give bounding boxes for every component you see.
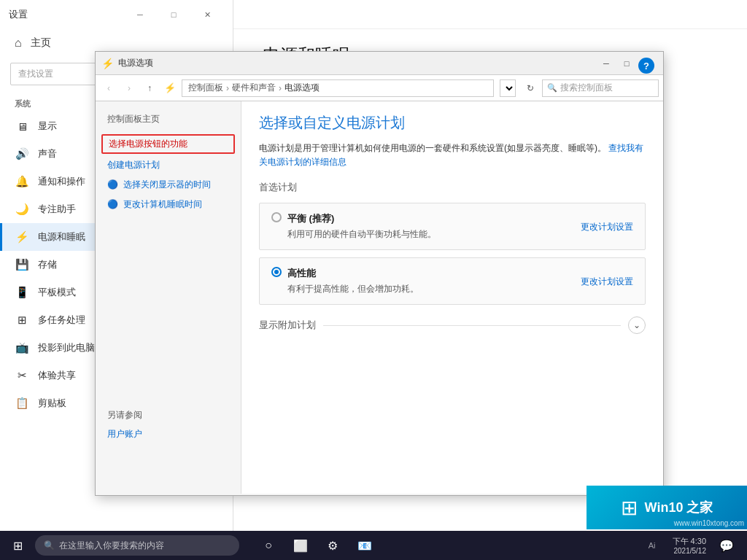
dialog-title-text: 电源选项	[118, 57, 596, 69]
forward-btn[interactable]: ›	[120, 79, 138, 97]
win10-url: www.win10xtong.com	[674, 519, 744, 527]
project-icon: 📺	[15, 341, 29, 354]
balanced-settings-text: 更改计划设置	[581, 221, 633, 231]
dialog-body: 控制面板主页 选择电源按钮的功能 创建电源计划 🔵 选择关闭显示器的时间 🔵 更…	[96, 101, 663, 494]
additional-plans-label: 显示附加计划	[259, 319, 316, 332]
sidebar-notifications-label: 通知和操作	[38, 175, 85, 188]
sidebar-storage-label: 存储	[38, 258, 57, 271]
high-performance-plan-card: 高性能 有利于提高性能，但会增加功耗。 更改计划设置	[259, 257, 646, 305]
start-button[interactable]: ⊞	[0, 531, 35, 560]
taskbar-settings-btn[interactable]: ⚙	[318, 531, 347, 560]
taskbar: ⊞ 🔍 在这里输入你要搜索的内容 ○ ⬜ ⚙ 📧 Ai 下午 4:30 2021…	[0, 531, 747, 560]
dialog-minimize-btn[interactable]: ─	[596, 55, 616, 71]
sidebar-power-label: 电源和睡眠	[38, 230, 85, 244]
high-perf-settings-text: 更改计划设置	[581, 276, 633, 286]
home-icon: ⌂	[15, 36, 22, 50]
notifications-icon: 🔔	[15, 175, 29, 188]
high-perf-radio[interactable]	[271, 267, 282, 277]
address-path-hardware: 硬件和声音	[232, 82, 276, 94]
settings-titlebar: 设置 ─ □ ✕	[0, 0, 233, 29]
dialog-left-panel: 控制面板主页 选择电源按钮的功能 创建电源计划 🔵 选择关闭显示器的时间 🔵 更…	[96, 101, 241, 494]
right-panel-desc: 电源计划是用于管理计算机如何使用电源的一套硬件和系统设置(如显示器亮度、睡眠等)…	[259, 141, 646, 169]
create-power-plan-link[interactable]: 创建电源计划	[96, 155, 241, 175]
high-perf-settings-link[interactable]: 更改计划设置	[581, 275, 633, 287]
sidebar-tablet-label: 平板模式	[38, 286, 76, 299]
sleep-icon: 🔵	[107, 199, 118, 209]
taskbar-system-icons: Ai 下午 4:30 2021/5/12 💬	[638, 531, 747, 560]
display-icon: 🖥	[15, 120, 29, 133]
path-dropdown[interactable]	[500, 79, 516, 97]
taskbar-mail-btn[interactable]: 📧	[350, 531, 379, 560]
address-bar: ‹ › ↑ ⚡ 控制面板 › 硬件和声音 › 电源选项 ↻ 🔍 搜索控制面板	[96, 75, 663, 101]
balanced-plan-desc: 利用可用的硬件自动平衡功耗与性能。	[287, 228, 436, 241]
sidebar-display-label: 显示	[38, 120, 57, 133]
refresh-btn[interactable]: ↻	[522, 79, 539, 97]
dialog-titlebar: ⚡ 电源选项 ─ □ ✕	[96, 52, 663, 75]
additional-plans-row[interactable]: 显示附加计划 ⌄	[259, 316, 646, 334]
power-options-dialog: ⚡ 电源选项 ─ □ ✕ ‹ › ↑ ⚡ 控制面板 › 硬件和声音 › 电源选项…	[95, 51, 664, 496]
power-button-function-text: 选择电源按钮的功能	[109, 139, 187, 149]
expand-plans-icon[interactable]: ⌄	[628, 316, 646, 334]
sidebar-clipboard-label: 剪贴板	[38, 397, 66, 410]
high-perf-plan-desc: 有利于提高性能，但会增加功耗。	[287, 283, 419, 295]
settings-maximize-btn[interactable]: □	[157, 4, 190, 26]
display-off-icon: 🔵	[107, 179, 118, 190]
settings-minimize-btn[interactable]: ─	[123, 4, 157, 26]
preferred-plans-header: 首选计划	[259, 181, 646, 197]
back-btn[interactable]: ‹	[100, 79, 117, 97]
focus-icon: 🌙	[15, 203, 29, 216]
taskbar-cortana-btn[interactable]: ○	[254, 531, 283, 560]
sidebar-multitask-label: 多任务处理	[38, 314, 85, 327]
win10-logo: ⊞	[621, 496, 638, 520]
sidebar-home-label: 主页	[31, 36, 51, 50]
taskbar-task-view-btn[interactable]: ⬜	[286, 531, 315, 560]
taskbar-search[interactable]: 🔍 在这里输入你要搜索的内容	[35, 535, 239, 556]
plans-divider	[323, 325, 621, 326]
change-sleep-link[interactable]: 🔵 更改计算机睡眠时间	[96, 195, 241, 214]
taskbar-language-icon[interactable]: Ai	[638, 531, 667, 560]
address-search-placeholder: 搜索控制面板	[560, 82, 613, 94]
balanced-plan-card: 平衡 (推荐) 利用可用的硬件自动平衡功耗与性能。 更改计划设置	[259, 203, 646, 250]
win10-brand: ⊞ Win10 之家 www.win10xtong.com	[587, 486, 747, 529]
balanced-plan-settings-link[interactable]: 更改计划设置	[581, 220, 633, 233]
right-panel-desc-text: 电源计划是用于管理计算机如何使用电源的一套硬件和系统设置(如显示器亮度、睡眠等)…	[259, 143, 606, 153]
sidebar-sound-label: 声音	[38, 147, 57, 160]
choose-display-off-text: 选择关闭显示器的时间	[123, 179, 211, 190]
search-placeholder: 查找设置	[18, 69, 53, 79]
create-power-plan-text: 创建电源计划	[107, 160, 160, 170]
path-sep-1: ›	[226, 83, 229, 93]
sidebar-project-label: 投影到此电脑	[38, 341, 95, 354]
choose-display-off-link[interactable]: 🔵 选择关闭显示器的时间	[96, 175, 241, 195]
up-btn[interactable]: ↑	[141, 79, 158, 97]
address-search-box[interactable]: 🔍 搜索控制面板	[542, 79, 659, 97]
multitask-icon: ⊞	[15, 314, 29, 327]
sound-icon: 🔊	[15, 147, 29, 160]
also-see-section: 另请参阅 用户账户	[96, 402, 241, 451]
taskbar-clock: 下午 4:30 2021/5/12	[668, 531, 711, 560]
taskbar-notification-btn[interactable]: 💬	[712, 531, 741, 560]
address-icon: ⚡	[161, 79, 179, 97]
dialog-title-icon: ⚡	[101, 58, 114, 69]
address-path-power: 电源选项	[285, 82, 320, 94]
balanced-radio[interactable]	[271, 212, 282, 222]
win10-title: Win10 之家	[645, 499, 713, 516]
power-icon: ⚡	[15, 230, 29, 244]
sidebar-share-label: 体验共享	[38, 369, 76, 382]
also-see-label: 另请参阅	[107, 409, 230, 421]
change-sleep-text: 更改计算机睡眠时间	[123, 199, 202, 209]
dialog-maximize-btn[interactable]: □	[616, 55, 637, 71]
power-button-function-link[interactable]: 选择电源按钮的功能	[101, 134, 235, 154]
settings-close-btn[interactable]: ✕	[190, 4, 224, 26]
address-path[interactable]: 控制面板 › 硬件和声音 › 电源选项	[182, 79, 494, 97]
tablet-icon: 📱	[15, 286, 29, 299]
taskbar-center-icons: ○ ⬜ ⚙ 📧	[254, 531, 379, 560]
high-perf-plan-name: 高性能	[287, 267, 419, 280]
user-accounts-text: 用户账户	[107, 429, 142, 439]
user-accounts-link[interactable]: 用户账户	[107, 424, 230, 444]
address-search-icon: 🔍	[547, 83, 557, 93]
share-icon: ✂	[15, 369, 29, 382]
right-panel-title: 选择或自定义电源计划	[259, 113, 646, 133]
taskbar-search-icon: 🔍	[44, 540, 55, 551]
storage-icon: 💾	[15, 258, 29, 271]
settings-main-titlebar	[233, 0, 747, 29]
